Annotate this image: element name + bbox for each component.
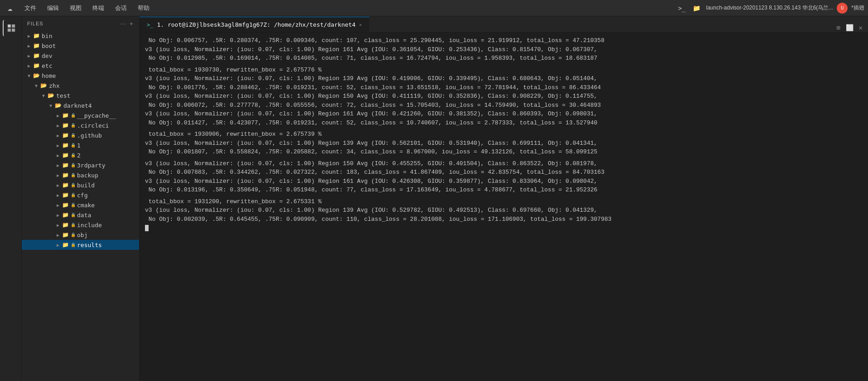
terminal-line-13: v3 (iou loss, Normalizer: (iou: 0.07, cl… bbox=[145, 139, 863, 148]
maximize-panel-icon[interactable]: ⬜ bbox=[844, 23, 855, 32]
tree-arrow-boot: ▶ bbox=[25, 43, 33, 48]
tree-arrow-darknet4: ▼ bbox=[47, 103, 54, 108]
split-editor-icon[interactable]: ⊞ bbox=[834, 23, 842, 32]
tree-arrow-build: ▶ bbox=[54, 183, 62, 188]
new-folder-icon[interactable]: + bbox=[130, 20, 134, 27]
tree-label-cfg: cfg bbox=[77, 192, 87, 199]
terminal-line-5: v3 (iou loss, Normalizer: (iou: 0.07, cl… bbox=[145, 74, 863, 83]
sidebar: Files ··· + ▶📁bin▶📁boot▶📁dev▶📁etc▼📂home▼… bbox=[22, 16, 140, 381]
tree-icon-include: 📁 bbox=[62, 222, 69, 228]
tree-label-home: home bbox=[42, 72, 56, 79]
terminal-tab-icon: >_ bbox=[147, 22, 153, 28]
activity-explorer[interactable] bbox=[3, 20, 19, 36]
terminal-tab-label: 1. root@iZ0jlbsesk3agl8mfg1g67Z: /home/z… bbox=[157, 21, 355, 28]
tab-close-button[interactable]: ✕ bbox=[359, 22, 362, 27]
tree-label-backup: backup bbox=[77, 172, 98, 179]
lock-icon-1: 🔒 bbox=[71, 143, 76, 148]
lock-icon-obj: 🔒 bbox=[71, 233, 76, 237]
tree-item-.github[interactable]: ▶📁🔒.github bbox=[22, 130, 139, 140]
tree-item-build[interactable]: ▶📁🔒build bbox=[22, 180, 139, 190]
tree-item-home[interactable]: ▼📂home bbox=[22, 71, 139, 81]
tree-item-bin[interactable]: ▶📁bin bbox=[22, 31, 139, 41]
lock-icon-backup: 🔒 bbox=[71, 173, 76, 177]
tree-label-__pycache__: __pycache__ bbox=[77, 112, 116, 119]
tree-item-2[interactable]: ▶📁🔒2 bbox=[22, 150, 139, 160]
tree-arrow-test: ▼ bbox=[40, 93, 47, 98]
tree-arrow-cmake: ▶ bbox=[54, 203, 62, 208]
tree-item-test[interactable]: ▼📂test bbox=[22, 90, 139, 100]
app-logo: ☁ bbox=[4, 2, 16, 14]
lock-icon-results: 🔒 bbox=[71, 243, 76, 247]
tree-icon-3rdparty: 📁 bbox=[62, 162, 69, 168]
tree-item-__pycache__[interactable]: ▶📁🔒__pycache__ bbox=[22, 110, 139, 120]
lock-icon-cmake: 🔒 bbox=[71, 203, 76, 207]
tree-item-cfg[interactable]: ▶📁🔒cfg bbox=[22, 190, 139, 200]
terminal-line-22: v3 (iou loss, Normalizer: (iou: 0.07, cl… bbox=[145, 206, 863, 215]
tree-icon-.github: 📁 bbox=[62, 132, 69, 138]
tree-label-cmake: cmake bbox=[77, 202, 95, 209]
terminal-cursor-line bbox=[145, 224, 863, 233]
tree-item-include[interactable]: ▶📁🔒include bbox=[22, 220, 139, 230]
tree-icon-data: 📁 bbox=[62, 212, 69, 218]
tree-item-zhx[interactable]: ▼📂zhx bbox=[22, 81, 139, 90]
tree-label-dev: dev bbox=[42, 52, 52, 59]
tree-label-.github: .github bbox=[77, 132, 102, 139]
tree-label-3rdparty: 3rdparty bbox=[77, 162, 106, 169]
tree-item-results[interactable]: ▶📁🔒results bbox=[22, 240, 139, 250]
menu-session[interactable]: 会话 bbox=[111, 2, 131, 14]
tree-label-build: build bbox=[77, 182, 95, 189]
terminal-tab[interactable]: >_ 1. root@iZ0jlbsesk3agl8mfg1g67Z: /hom… bbox=[140, 17, 370, 32]
close-panel-icon[interactable]: ✕ bbox=[857, 23, 864, 32]
tree-item-data[interactable]: ▶📁🔒data bbox=[22, 210, 139, 220]
tree-item-boot[interactable]: ▶📁boot bbox=[22, 41, 139, 51]
menu-file[interactable]: 文件 bbox=[20, 2, 41, 14]
username: *插翅 bbox=[851, 4, 864, 12]
activitybar bbox=[0, 16, 22, 381]
tree-icon-home: 📂 bbox=[33, 72, 40, 79]
menu-view[interactable]: 视图 bbox=[65, 2, 86, 14]
tree-item-darknet4[interactable]: ▼📂darknet4 bbox=[22, 100, 139, 110]
tree-item-.circleci[interactable]: ▶📁🔒.circleci bbox=[22, 120, 139, 130]
svg-rect-0 bbox=[8, 25, 10, 28]
tree-item-obj[interactable]: ▶📁🔒obj bbox=[22, 230, 139, 240]
tree-icon-1: 📁 bbox=[62, 142, 69, 148]
lock-icon-include: 🔒 bbox=[71, 223, 76, 227]
terminal-line-0: No Obj: 0.006757, .5R: 0.280374, .75R: 0… bbox=[145, 36, 863, 45]
terminal-icon[interactable]: >_ bbox=[676, 4, 688, 13]
tree-arrow-zhx: ▼ bbox=[33, 83, 40, 88]
tree-arrow-__pycache__: ▶ bbox=[54, 113, 62, 118]
menu-edit[interactable]: 编辑 bbox=[43, 2, 63, 14]
tree-item-etc[interactable]: ▶📁etc bbox=[22, 61, 139, 71]
tree-label-etc: etc bbox=[42, 62, 52, 69]
tree-icon-obj: 📁 bbox=[62, 232, 69, 238]
menu-terminal[interactable]: 终端 bbox=[88, 2, 109, 14]
new-file-icon[interactable]: ··· bbox=[120, 20, 127, 27]
tree-item-3rdparty[interactable]: ▶📁🔒3rdparty bbox=[22, 160, 139, 170]
terminal-content[interactable]: No Obj: 0.006757, .5R: 0.280374, .75R: 0… bbox=[140, 33, 868, 381]
lock-icon-.circleci: 🔒 bbox=[71, 123, 76, 128]
tree-item-backup[interactable]: ▶📁🔒backup bbox=[22, 170, 139, 180]
editor-area: >_ 1. root@iZ0jlbsesk3agl8mfg1g67Z: /hom… bbox=[140, 16, 868, 381]
tree-arrow-results: ▶ bbox=[54, 243, 62, 248]
folder-icon[interactable]: 📁 bbox=[691, 4, 702, 13]
tree-label-boot: boot bbox=[42, 43, 56, 49]
server-info: launch-advisor-20201123 8.130.26.143 华北6… bbox=[706, 4, 833, 12]
lock-icon-3rdparty: 🔒 bbox=[71, 163, 76, 167]
tree-item-1[interactable]: ▶📁🔒1 bbox=[22, 140, 139, 150]
lock-icon-data: 🔒 bbox=[71, 213, 76, 217]
tree-label-test: test bbox=[56, 92, 70, 99]
tree-label-zhx: zhx bbox=[49, 82, 59, 89]
lock-icon-__pycache__: 🔒 bbox=[71, 113, 76, 118]
terminal-line-2: No Obj: 0.012985, .5R: 0.169014, .75R: 0… bbox=[145, 54, 863, 63]
menu-help[interactable]: 帮助 bbox=[133, 2, 154, 14]
terminal-line-23: No Obj: 0.002039, .5R: 0.645455, .75R: 0… bbox=[145, 215, 863, 224]
tree-icon-bin: 📁 bbox=[33, 33, 40, 39]
terminal-line-14: No Obj: 0.001807, .5R: 0.558824, .75R: 0… bbox=[145, 148, 863, 157]
file-tree: ▶📁bin▶📁boot▶📁dev▶📁etc▼📂home▼📂zhx▼📂test▼📂… bbox=[22, 31, 139, 381]
tree-item-cmake[interactable]: ▶📁🔒cmake bbox=[22, 200, 139, 210]
terminal-line-8: No Obj: 0.006072, .5R: 0.277778, .75R: 0… bbox=[145, 101, 863, 110]
terminal-line-12: total_bbox = 1930906, rewritten_bbox = 2… bbox=[145, 130, 863, 139]
terminal-line-6: No Obj: 0.001776, .5R: 0.288462, .75R: 0… bbox=[145, 83, 863, 92]
tree-item-dev[interactable]: ▶📁dev bbox=[22, 51, 139, 61]
tree-arrow-.github: ▶ bbox=[54, 133, 62, 138]
